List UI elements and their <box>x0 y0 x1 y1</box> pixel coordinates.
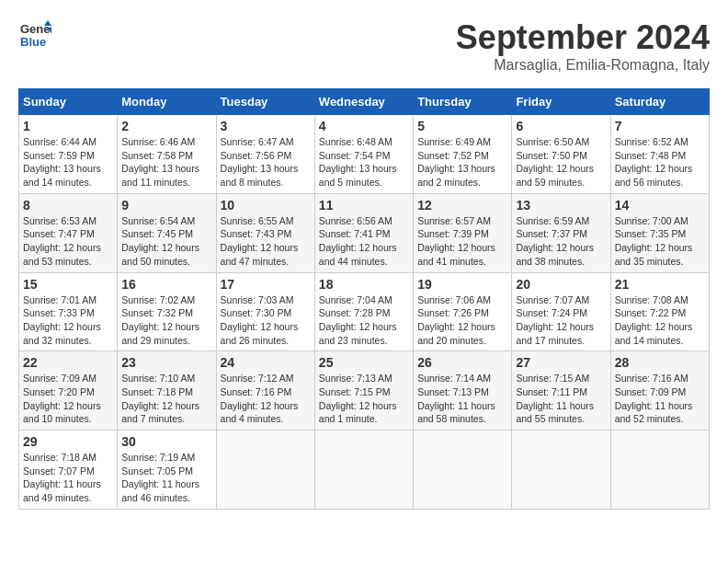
title-section: September 2024 Marsaglia, Emilia-Romagna… <box>456 18 710 74</box>
day-number: 19 <box>417 277 507 292</box>
day-info: Sunrise: 7:06 AMSunset: 7:26 PMDaylight:… <box>417 293 507 348</box>
location: Marsaglia, Emilia-Romagna, Italy <box>456 57 710 74</box>
calendar-cell: 12Sunrise: 6:57 AMSunset: 7:39 PMDayligh… <box>414 193 512 272</box>
day-info: Sunrise: 6:55 AMSunset: 7:43 PMDaylight:… <box>221 214 311 269</box>
calendar-cell: 6Sunrise: 6:50 AMSunset: 7:50 PMDaylight… <box>512 115 610 194</box>
day-number: 1 <box>23 119 113 133</box>
day-info: Sunrise: 7:18 AMSunset: 7:07 PMDaylight:… <box>23 451 113 505</box>
day-number: 3 <box>221 119 311 133</box>
calendar-cell: 17Sunrise: 7:03 AMSunset: 7:30 PMDayligh… <box>216 272 314 351</box>
day-number: 23 <box>121 355 211 370</box>
day-info: Sunrise: 6:56 AMSunset: 7:41 PMDaylight:… <box>319 214 409 269</box>
day-info: Sunrise: 7:16 AMSunset: 7:09 PMDaylight:… <box>615 372 705 426</box>
calendar-cell: 30Sunrise: 7:19 AMSunset: 7:05 PMDayligh… <box>118 431 216 510</box>
calendar-cell: 4Sunrise: 6:48 AMSunset: 7:54 PMDaylight… <box>314 115 413 194</box>
day-number: 10 <box>221 198 311 213</box>
day-number: 24 <box>221 355 311 370</box>
calendar-cell <box>414 431 512 510</box>
weekday-header-tuesday: Tuesday <box>216 89 314 115</box>
calendar-week-2: 8Sunrise: 6:53 AMSunset: 7:47 PMDaylight… <box>19 193 710 272</box>
calendar-header: SundayMondayTuesdayWednesdayThursdayFrid… <box>19 89 710 115</box>
day-info: Sunrise: 6:59 AMSunset: 7:37 PMDaylight:… <box>516 214 606 269</box>
page-header: General Blue September 2024 Marsaglia, E… <box>18 18 710 74</box>
calendar-table: SundayMondayTuesdayWednesdayThursdayFrid… <box>18 88 710 510</box>
calendar-cell: 2Sunrise: 6:46 AMSunset: 7:58 PMDaylight… <box>118 115 216 194</box>
day-info: Sunrise: 7:13 AMSunset: 7:15 PMDaylight:… <box>319 372 409 426</box>
weekday-header-saturday: Saturday <box>610 89 709 115</box>
day-number: 22 <box>23 355 113 370</box>
day-number: 6 <box>516 119 606 133</box>
calendar-week-5: 29Sunrise: 7:18 AMSunset: 7:07 PMDayligh… <box>19 431 710 510</box>
day-info: Sunrise: 6:50 AMSunset: 7:50 PMDaylight:… <box>516 135 606 190</box>
day-info: Sunrise: 6:52 AMSunset: 7:48 PMDaylight:… <box>615 135 705 190</box>
day-info: Sunrise: 7:19 AMSunset: 7:05 PMDaylight:… <box>121 451 211 505</box>
day-info: Sunrise: 6:48 AMSunset: 7:54 PMDaylight:… <box>319 135 409 190</box>
weekday-header-thursday: Thursday <box>414 89 512 115</box>
day-info: Sunrise: 7:15 AMSunset: 7:11 PMDaylight:… <box>516 372 606 426</box>
day-info: Sunrise: 6:57 AMSunset: 7:39 PMDaylight:… <box>417 214 507 269</box>
calendar-cell: 22Sunrise: 7:09 AMSunset: 7:20 PMDayligh… <box>19 351 118 431</box>
day-number: 30 <box>121 434 211 449</box>
day-number: 17 <box>221 277 311 292</box>
day-number: 11 <box>319 198 409 213</box>
calendar-cell <box>314 431 413 510</box>
day-number: 20 <box>516 277 606 292</box>
calendar-cell: 9Sunrise: 6:54 AMSunset: 7:45 PMDaylight… <box>118 193 216 272</box>
day-number: 2 <box>121 119 211 133</box>
day-info: Sunrise: 7:00 AMSunset: 7:35 PMDaylight:… <box>615 214 705 269</box>
calendar-cell <box>216 431 314 510</box>
day-info: Sunrise: 7:07 AMSunset: 7:24 PMDaylight:… <box>516 293 606 348</box>
calendar-cell: 13Sunrise: 6:59 AMSunset: 7:37 PMDayligh… <box>512 193 610 272</box>
calendar-week-3: 15Sunrise: 7:01 AMSunset: 7:33 PMDayligh… <box>19 272 710 351</box>
day-number: 12 <box>417 198 507 213</box>
calendar-cell: 21Sunrise: 7:08 AMSunset: 7:22 PMDayligh… <box>610 272 709 351</box>
day-info: Sunrise: 6:49 AMSunset: 7:52 PMDaylight:… <box>417 135 507 190</box>
day-info: Sunrise: 7:12 AMSunset: 7:16 PMDaylight:… <box>221 372 311 426</box>
calendar-cell: 3Sunrise: 6:47 AMSunset: 7:56 PMDaylight… <box>216 115 314 194</box>
day-info: Sunrise: 7:10 AMSunset: 7:18 PMDaylight:… <box>121 372 211 426</box>
calendar-cell: 10Sunrise: 6:55 AMSunset: 7:43 PMDayligh… <box>216 193 314 272</box>
calendar-cell: 5Sunrise: 6:49 AMSunset: 7:52 PMDaylight… <box>414 115 512 194</box>
day-info: Sunrise: 7:08 AMSunset: 7:22 PMDaylight:… <box>615 293 705 348</box>
day-number: 27 <box>516 355 606 370</box>
logo-icon: General Blue <box>18 18 51 52</box>
day-number: 16 <box>121 277 211 292</box>
calendar-cell: 23Sunrise: 7:10 AMSunset: 7:18 PMDayligh… <box>118 351 216 431</box>
day-info: Sunrise: 6:47 AMSunset: 7:56 PMDaylight:… <box>221 135 311 190</box>
weekday-header-monday: Monday <box>118 89 216 115</box>
calendar-cell: 19Sunrise: 7:06 AMSunset: 7:26 PMDayligh… <box>414 272 512 351</box>
calendar-cell: 7Sunrise: 6:52 AMSunset: 7:48 PMDaylight… <box>610 115 709 194</box>
calendar-cell: 15Sunrise: 7:01 AMSunset: 7:33 PMDayligh… <box>19 272 118 351</box>
calendar-week-1: 1Sunrise: 6:44 AMSunset: 7:59 PMDaylight… <box>19 115 710 194</box>
logo: General Blue <box>18 18 55 52</box>
weekday-header-friday: Friday <box>512 89 610 115</box>
calendar-cell: 29Sunrise: 7:18 AMSunset: 7:07 PMDayligh… <box>19 431 118 510</box>
day-number: 7 <box>615 119 705 133</box>
calendar-cell: 28Sunrise: 7:16 AMSunset: 7:09 PMDayligh… <box>610 351 709 431</box>
day-number: 21 <box>615 277 705 292</box>
day-info: Sunrise: 7:02 AMSunset: 7:32 PMDaylight:… <box>121 293 211 348</box>
day-number: 15 <box>23 277 113 292</box>
day-number: 28 <box>615 355 705 370</box>
day-info: Sunrise: 7:14 AMSunset: 7:13 PMDaylight:… <box>417 372 507 426</box>
calendar-week-4: 22Sunrise: 7:09 AMSunset: 7:20 PMDayligh… <box>19 351 710 431</box>
calendar-cell: 25Sunrise: 7:13 AMSunset: 7:15 PMDayligh… <box>314 351 413 431</box>
calendar-cell: 26Sunrise: 7:14 AMSunset: 7:13 PMDayligh… <box>414 351 512 431</box>
day-info: Sunrise: 7:03 AMSunset: 7:30 PMDaylight:… <box>221 293 311 348</box>
day-number: 9 <box>121 198 211 213</box>
day-info: Sunrise: 6:44 AMSunset: 7:59 PMDaylight:… <box>23 135 113 190</box>
day-number: 8 <box>23 198 113 213</box>
day-number: 26 <box>417 355 507 370</box>
month-title: September 2024 <box>456 18 710 57</box>
day-info: Sunrise: 6:46 AMSunset: 7:58 PMDaylight:… <box>121 135 211 190</box>
calendar-cell: 16Sunrise: 7:02 AMSunset: 7:32 PMDayligh… <box>118 272 216 351</box>
day-number: 25 <box>319 355 409 370</box>
calendar-cell: 27Sunrise: 7:15 AMSunset: 7:11 PMDayligh… <box>512 351 610 431</box>
day-number: 5 <box>417 119 507 133</box>
calendar-cell: 8Sunrise: 6:53 AMSunset: 7:47 PMDaylight… <box>19 193 118 272</box>
day-number: 29 <box>23 434 113 449</box>
day-info: Sunrise: 7:01 AMSunset: 7:33 PMDaylight:… <box>23 293 113 348</box>
day-number: 13 <box>516 198 606 213</box>
day-info: Sunrise: 6:54 AMSunset: 7:45 PMDaylight:… <box>121 214 211 269</box>
calendar-cell <box>512 431 610 510</box>
